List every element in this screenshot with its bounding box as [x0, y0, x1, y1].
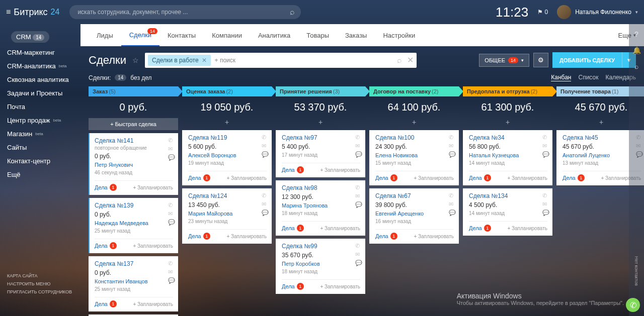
column-header[interactable]: Принятие решения (3) [276, 86, 365, 96]
phone-icon[interactable]: ✆ [449, 134, 456, 141]
mail-icon[interactable]: ✉ [449, 201, 456, 207]
card-contact[interactable]: Марина Троянова [282, 202, 360, 208]
mail-icon[interactable]: ✉ [168, 269, 175, 275]
mail-icon[interactable]: ✉ [542, 201, 549, 207]
search-input[interactable] [69, 5, 301, 19]
sidebar-footer-link[interactable]: ПРИГЛАСИТЬ СОТРУДНИКОВ [7, 288, 73, 296]
phone-icon[interactable]: ✆ [542, 134, 549, 141]
mail-icon[interactable]: ✉ [542, 143, 549, 149]
card-contact[interactable]: Петр Янукович [95, 162, 173, 168]
quick-deal-button[interactable]: + Быстрая сделка [89, 118, 178, 130]
chat-icon[interactable]: 💬 [449, 209, 456, 216]
card-plan[interactable]: + Запланировать [320, 284, 360, 289]
card-title[interactable]: Сделка №100 [375, 134, 454, 141]
tab[interactable]: Настройки [375, 24, 423, 46]
chat-icon[interactable]: 💬 [262, 209, 269, 216]
view-option[interactable]: Канбан [551, 74, 571, 81]
card-title[interactable]: Сделка №139 [95, 202, 173, 209]
deal-card[interactable]: ✆✉💬 Сделка №100 24 300 руб. Елена Новико… [369, 130, 459, 185]
general-button[interactable]: ОБЩЕЕ 14 ▾ [479, 54, 529, 67]
column-header[interactable]: Заказ (5) [89, 86, 178, 96]
tab[interactable]: Компании [204, 24, 250, 46]
card-plan[interactable]: + Запланировать [320, 226, 360, 231]
card-deals[interactable]: Дела 1 [562, 174, 585, 181]
card-contact[interactable]: Мария Майорова [188, 210, 267, 217]
card-deals[interactable]: Дела 1 [469, 174, 491, 181]
filter-add[interactable]: + поиск [215, 57, 235, 64]
card-deals[interactable]: Дела 1 [375, 233, 397, 240]
card-deals[interactable]: Дела 1 [282, 283, 304, 290]
card-plan[interactable]: + Запланировать [507, 175, 547, 181]
card-plan[interactable]: + Запланировать [320, 167, 360, 173]
deal-card[interactable]: ✆✉💬 Сделка №99 35 670 руб. Петр Коробков… [276, 239, 365, 294]
card-deals[interactable]: Дела 1 [469, 225, 491, 232]
card-title[interactable]: Сделка №99 [282, 243, 360, 250]
card-plan[interactable]: + Запланировать [414, 175, 454, 181]
sidebar-item[interactable]: Сквозная аналитика [0, 73, 80, 86]
phone-icon[interactable]: ✆ [262, 192, 269, 199]
tab[interactable]: Товары [298, 24, 337, 46]
call-fab[interactable]: ✆ [626, 298, 640, 312]
sidebar-item[interactable]: CRM-маркетинг [0, 46, 80, 59]
deal-card[interactable]: ✆✉💬 Сделка №34 56 800 руб. Наталья Кузне… [463, 130, 552, 185]
filter-clear-icon[interactable]: ✕ [407, 55, 414, 65]
bell-icon[interactable]: 🔔 [632, 46, 641, 54]
deal-card[interactable]: ✆✉💬 Сделка №124 13 450 руб. Мария Майоро… [182, 188, 272, 244]
card-title[interactable]: Сделка №97 [282, 134, 360, 141]
tab[interactable]: Контакты [159, 24, 204, 46]
sidebar-footer-link[interactable]: НАСТРОИТЬ МЕНЮ [7, 280, 73, 288]
phone-icon[interactable]: ✆ [355, 184, 362, 191]
card-title[interactable]: Сделка №34 [469, 134, 547, 141]
deal-card[interactable]: ✆✉💬 Сделка №97 5 400 руб. 17 минут назад… [276, 130, 365, 177]
card-contact[interactable]: Евгений Арещенко [375, 210, 454, 217]
star-icon[interactable]: ☆ [132, 56, 139, 64]
chat-icon[interactable]: 💬 [168, 277, 175, 284]
card-plan[interactable]: + Запланировать [414, 234, 454, 239]
card-title[interactable]: Сделка №124 [188, 192, 267, 199]
card-deals[interactable]: Дела 1 [375, 174, 397, 181]
deal-card[interactable]: ✆✉💬 Сделка №119 5 600 руб. Алексей Ворон… [182, 130, 272, 185]
card-deals[interactable]: Дела 1 [282, 225, 304, 232]
deal-card[interactable]: ✆✉💬 Сделка №141 повторное обращение 0 ру… [89, 133, 178, 195]
column-header[interactable]: Договор на поставку (2) [369, 86, 459, 96]
card-deals[interactable]: Дела 1 [282, 166, 304, 173]
deal-card[interactable]: ✆✉💬 Сделка №67 39 800 руб. Евгений Ареще… [369, 188, 459, 244]
phone-icon[interactable]: ✆ [355, 134, 362, 141]
card-deals[interactable]: Дела 1 [95, 184, 117, 191]
logo[interactable]: ≡ Битрикс 24 [6, 7, 59, 18]
card-title[interactable]: Сделка №98 [282, 184, 360, 191]
chip-close-icon[interactable]: ✕ [202, 57, 207, 64]
deal-card[interactable]: ✆✉💬 Сделка №134 4 500 руб. 14 минут наза… [463, 188, 552, 236]
mail-icon[interactable]: ✉ [262, 201, 269, 207]
card-title[interactable]: Сделка №67 [375, 192, 454, 199]
mail-icon[interactable]: ✉ [168, 146, 175, 152]
phone-icon[interactable]: ✆ [262, 134, 269, 141]
column-add[interactable]: + [463, 118, 552, 130]
card-deals[interactable]: Дела 1 [95, 300, 117, 307]
mail-icon[interactable]: ✉ [355, 143, 362, 149]
sidebar-item[interactable]: Центр продажbeta [0, 114, 80, 127]
card-contact[interactable]: Елена Новикова [375, 152, 454, 158]
mail-icon[interactable]: ✉ [168, 210, 175, 217]
chat-icon[interactable]: 💬 [355, 201, 362, 208]
chat-icon[interactable]: 💬 [542, 209, 549, 216]
tab[interactable]: Заказы [337, 24, 375, 46]
phone-icon[interactable]: ✆ [449, 192, 456, 199]
view-option[interactable]: Список [578, 74, 598, 81]
card-plan[interactable]: + Запланировать [133, 243, 173, 249]
chat-icon[interactable]: 💬 [542, 151, 549, 158]
card-title[interactable]: Сделка №119 [188, 134, 267, 141]
card-contact[interactable]: Петр Коробков [282, 261, 360, 267]
phone-icon[interactable]: ✆ [355, 243, 362, 249]
sidebar-active[interactable]: CRM 14 [0, 28, 80, 46]
search-icon[interactable]: ⌕ [290, 8, 295, 17]
phone-icon[interactable]: ✆ [168, 202, 175, 208]
card-title[interactable]: Сделка №134 [469, 192, 547, 199]
sidebar-item[interactable]: Почта [0, 100, 80, 114]
chat-icon[interactable]: 💬 [449, 151, 456, 158]
card-plan[interactable]: + Запланировать [133, 301, 173, 307]
card-contact[interactable]: Надежда Медведева [95, 220, 173, 226]
search-side-icon[interactable]: ⌕ [634, 62, 638, 70]
mail-icon[interactable]: ✉ [262, 143, 269, 149]
mail-icon[interactable]: ✉ [449, 143, 456, 149]
